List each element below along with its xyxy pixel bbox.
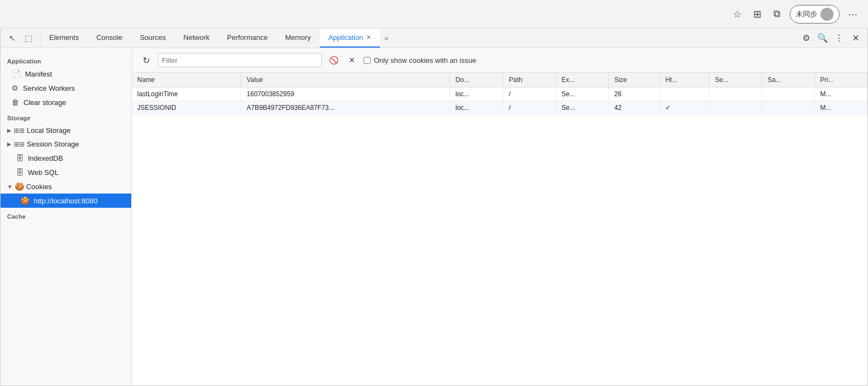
- sidebar-item-cookies[interactable]: ▼ 🍪 Cookies: [1, 179, 131, 194]
- table-header: Name Value Do... Path Ex... Size Ht... S…: [132, 73, 867, 87]
- tab-close-icon[interactable]: ✕: [366, 34, 371, 41]
- profile-button[interactable]: 未同步: [790, 5, 840, 24]
- sidebar-item-clear-storage-label: Clear storage: [24, 98, 66, 107]
- screenshot-icon[interactable]: ⧉: [770, 8, 783, 21]
- local-storage-icon: ⊞⊞: [14, 127, 25, 134]
- manifest-icon: 📄: [11, 69, 21, 78]
- devtools-tool-icons: ↖ ⬚: [1, 28, 40, 48]
- sidebar-item-local-storage[interactable]: ▶ ⊞⊞ Local Storage: [1, 124, 131, 137]
- sidebar-item-web-sql[interactable]: 🗄 Web SQL: [1, 165, 131, 179]
- devtools-window: ↖ ⬚ Elements Console Sources Network Per…: [0, 28, 868, 386]
- col-secure: Se...: [709, 73, 761, 87]
- col-priority: Pri...: [814, 73, 867, 87]
- col-expires: Ex...: [556, 73, 608, 87]
- cell-name: JSESSIONID: [132, 101, 241, 115]
- cell-secure: [709, 101, 761, 115]
- tab-more-icon[interactable]: »: [380, 28, 392, 48]
- devtools-settings-icon[interactable]: ⚙: [799, 31, 814, 46]
- only-show-label: Only show cookies with an issue: [374, 56, 476, 65]
- col-path: Path: [503, 73, 556, 87]
- tab-sources[interactable]: Sources: [131, 28, 175, 48]
- filter-clear-icon[interactable]: ✕: [345, 53, 359, 67]
- cell-expires: Se...: [556, 87, 608, 101]
- cookie-table: Name Value Do... Path Ex... Size Ht... S…: [132, 73, 867, 115]
- col-httponly: Ht...: [660, 73, 709, 87]
- section-cache-label: Cache: [1, 208, 131, 222]
- sidebar-item-clear-storage[interactable]: 🗑 Clear storage: [1, 95, 131, 109]
- cell-domain: loc...: [450, 87, 503, 101]
- cell-httponly: ✓: [660, 101, 709, 115]
- tab-memory[interactable]: Memory: [277, 28, 320, 48]
- cookie-table-wrap: Name Value Do... Path Ex... Size Ht... S…: [132, 73, 867, 385]
- sidebar-item-localhost-label: http://localhost:8080: [34, 197, 97, 205]
- sidebar-item-indexeddb[interactable]: 🗄 IndexedDB: [1, 151, 131, 165]
- sidebar: Application 📄 Manifest ⚙ Service Workers…: [1, 48, 132, 385]
- cursor-icon[interactable]: ↖: [5, 31, 19, 45]
- sidebar-item-localhost-8080[interactable]: 🍪 http://localhost:8080: [1, 194, 131, 208]
- inspect-icon[interactable]: ⬚: [21, 31, 36, 45]
- sidebar-item-service-workers-label: Service Workers: [23, 84, 75, 92]
- tab-network[interactable]: Network: [175, 28, 219, 48]
- sidebar-item-service-workers[interactable]: ⚙ Service Workers: [1, 81, 131, 95]
- cell-httponly: [660, 87, 709, 101]
- cell-name: lastLoginTime: [132, 87, 241, 101]
- sidebar-item-session-storage-label: Session Storage: [27, 140, 79, 148]
- table-header-row: Name Value Do... Path Ex... Size Ht... S…: [132, 73, 867, 87]
- cookies-icon: 🍪: [15, 182, 24, 191]
- section-application-label: Application: [1, 52, 131, 67]
- cell-size: 26: [608, 87, 660, 101]
- session-storage-icon: ⊞⊞: [14, 141, 25, 148]
- sidebar-item-manifest[interactable]: 📄 Manifest: [1, 67, 131, 81]
- tab-application[interactable]: Application ✕: [320, 28, 380, 48]
- reading-list-icon[interactable]: ⊞: [750, 8, 764, 21]
- table-body: lastLoginTime 1607003852959 loc... / Se.…: [132, 87, 867, 115]
- devtools-close-icon[interactable]: ✕: [848, 31, 863, 46]
- avatar: [820, 8, 834, 21]
- chevron-down-icon: ▼: [7, 184, 13, 190]
- cell-samesite: [762, 87, 814, 101]
- cell-priority: M...: [814, 87, 867, 101]
- sidebar-item-session-storage[interactable]: ▶ ⊞⊞ Session Storage: [1, 137, 131, 151]
- devtools-more-icon[interactable]: ⋮: [831, 31, 847, 46]
- sidebar-item-cookies-label: Cookies: [26, 183, 52, 191]
- cell-path: /: [503, 101, 556, 115]
- filter-bar: ↻ 🚫 ✕ Only show cookies with an issue: [132, 48, 867, 73]
- cell-path: /: [503, 87, 556, 101]
- devtools-body: Application 📄 Manifest ⚙ Service Workers…: [1, 48, 867, 385]
- filter-block-icon[interactable]: 🚫: [326, 53, 341, 67]
- sidebar-item-web-sql-label: Web SQL: [28, 168, 58, 177]
- cell-domain: loc...: [450, 101, 503, 115]
- devtools-right-icons: ⚙ 🔍 ⋮ ✕: [799, 28, 867, 48]
- section-storage-label: Storage: [1, 109, 131, 124]
- sidebar-item-indexeddb-label: IndexedDB: [28, 154, 63, 162]
- cell-priority: M...: [814, 101, 867, 115]
- cell-expires: Se...: [556, 101, 608, 115]
- tab-list: Elements Console Sources Network Perform…: [40, 28, 799, 48]
- cell-secure: [709, 87, 761, 101]
- only-show-checkbox[interactable]: [363, 57, 371, 64]
- browser-more-icon[interactable]: ⋯: [846, 8, 859, 21]
- tab-console[interactable]: Console: [87, 28, 131, 48]
- only-show-wrap: Only show cookies with an issue: [363, 56, 476, 65]
- tab-performance[interactable]: Performance: [218, 28, 276, 48]
- cell-value: 1607003852959: [241, 87, 450, 101]
- table-row[interactable]: lastLoginTime 1607003852959 loc... / Se.…: [132, 87, 867, 101]
- indexeddb-icon: 🗄: [16, 154, 24, 162]
- filter-input[interactable]: [162, 56, 318, 65]
- cell-samesite: [762, 101, 814, 115]
- profile-label: 未同步: [796, 9, 817, 19]
- sidebar-item-manifest-label: Manifest: [25, 70, 52, 78]
- chevron-right-icon-session: ▶: [7, 141, 11, 147]
- table-row[interactable]: JSESSIONID A7B9B4972FD936EA87F73... loc.…: [132, 101, 867, 115]
- devtools-search-icon[interactable]: 🔍: [815, 31, 830, 46]
- clear-storage-icon: 🗑: [11, 98, 19, 107]
- chevron-right-icon: ▶: [7, 127, 11, 133]
- browser-toolbar: ☆ ⊞ ⧉ 未同步 ⋯: [0, 0, 868, 28]
- bookmark-icon[interactable]: ☆: [731, 8, 744, 21]
- col-size: Size: [608, 73, 660, 87]
- tab-elements[interactable]: Elements: [40, 28, 87, 48]
- col-value: Value: [241, 73, 450, 87]
- sidebar-item-local-storage-label: Local Storage: [27, 126, 71, 134]
- cookie-url-icon: 🍪: [20, 196, 30, 205]
- refresh-button[interactable]: ↻: [138, 52, 154, 68]
